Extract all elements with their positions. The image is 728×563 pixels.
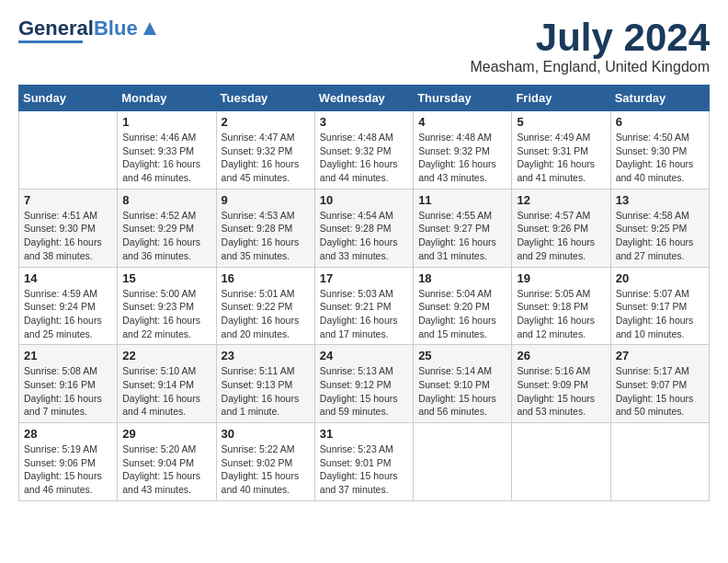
calendar-cell: 24Sunrise: 5:13 AM Sunset: 9:12 PM Dayli… (314, 345, 413, 423)
calendar-cell: 17Sunrise: 5:03 AM Sunset: 9:21 PM Dayli… (314, 267, 413, 345)
weekday-header: Tuesday (216, 86, 314, 111)
day-info: Sunrise: 4:59 AM Sunset: 9:24 PM Dayligh… (24, 287, 112, 341)
calendar-cell: 2Sunrise: 4:47 AM Sunset: 9:32 PM Daylig… (216, 111, 314, 190)
day-info: Sunrise: 4:48 AM Sunset: 9:32 PM Dayligh… (418, 131, 506, 185)
day-info: Sunrise: 4:51 AM Sunset: 9:30 PM Dayligh… (24, 209, 112, 263)
day-info: Sunrise: 5:00 AM Sunset: 9:23 PM Dayligh… (122, 287, 210, 341)
logo-icon (140, 18, 160, 39)
day-info: Sunrise: 5:16 AM Sunset: 9:09 PM Dayligh… (517, 364, 605, 419)
day-number: 28 (24, 427, 112, 441)
day-info: Sunrise: 5:04 AM Sunset: 9:20 PM Dayligh… (418, 287, 506, 341)
day-info: Sunrise: 5:08 AM Sunset: 9:16 PM Dayligh… (24, 364, 112, 419)
calendar-cell: 23Sunrise: 5:11 AM Sunset: 9:13 PM Dayli… (216, 345, 314, 423)
day-number: 8 (122, 193, 210, 207)
calendar-week-row: 21Sunrise: 5:08 AM Sunset: 9:16 PM Dayli… (19, 345, 710, 423)
day-number: 25 (418, 349, 506, 362)
day-number: 9 (222, 193, 310, 207)
day-info: Sunrise: 4:53 AM Sunset: 9:28 PM Dayligh… (222, 209, 310, 263)
weekday-header: Sunday (19, 86, 118, 111)
day-number: 4 (418, 115, 506, 129)
calendar-cell: 29Sunrise: 5:20 AM Sunset: 9:04 PM Dayli… (118, 423, 216, 501)
day-number: 2 (222, 115, 310, 129)
month-title: July 2024 (470, 18, 710, 57)
day-number: 22 (122, 349, 210, 362)
day-info: Sunrise: 5:10 AM Sunset: 9:14 PM Dayligh… (122, 364, 210, 419)
day-number: 21 (24, 349, 112, 362)
day-info: Sunrise: 5:20 AM Sunset: 9:04 PM Dayligh… (122, 442, 210, 497)
day-number: 3 (320, 115, 408, 129)
calendar-cell (610, 423, 709, 501)
day-number: 12 (517, 193, 605, 207)
calendar-cell: 14Sunrise: 4:59 AM Sunset: 9:24 PM Dayli… (19, 267, 118, 345)
calendar-cell: 30Sunrise: 5:22 AM Sunset: 9:02 PM Dayli… (216, 423, 314, 501)
day-number: 30 (222, 427, 310, 441)
calendar-cell: 28Sunrise: 5:19 AM Sunset: 9:06 PM Dayli… (19, 423, 118, 501)
weekday-header: Friday (512, 86, 610, 111)
weekday-header: Wednesday (314, 86, 413, 111)
day-number: 29 (122, 427, 210, 441)
calendar-cell: 11Sunrise: 4:55 AM Sunset: 9:27 PM Dayli… (414, 189, 512, 267)
calendar-cell: 3Sunrise: 4:48 AM Sunset: 9:32 PM Daylig… (314, 111, 413, 190)
calendar-cell: 16Sunrise: 5:01 AM Sunset: 9:22 PM Dayli… (216, 267, 314, 345)
calendar-week-row: 7Sunrise: 4:51 AM Sunset: 9:30 PM Daylig… (19, 189, 710, 267)
day-number: 31 (320, 427, 408, 441)
logo: GeneralBlue (18, 18, 160, 43)
page-header: GeneralBlue July 2024 Measham, England, … (18, 18, 710, 75)
day-number: 15 (122, 271, 210, 285)
day-number: 14 (24, 271, 112, 285)
svg-marker-0 (143, 22, 156, 35)
day-number: 7 (24, 193, 112, 207)
day-info: Sunrise: 4:48 AM Sunset: 9:32 PM Dayligh… (320, 131, 408, 185)
logo-text: GeneralBlue (18, 18, 138, 39)
calendar-cell: 4Sunrise: 4:48 AM Sunset: 9:32 PM Daylig… (414, 111, 512, 190)
day-info: Sunrise: 5:03 AM Sunset: 9:21 PM Dayligh… (320, 287, 408, 341)
day-info: Sunrise: 5:05 AM Sunset: 9:18 PM Dayligh… (517, 287, 605, 341)
calendar-cell (512, 423, 610, 501)
day-info: Sunrise: 4:52 AM Sunset: 9:29 PM Dayligh… (122, 209, 210, 263)
day-info: Sunrise: 5:07 AM Sunset: 9:17 PM Dayligh… (616, 287, 704, 341)
day-info: Sunrise: 5:11 AM Sunset: 9:13 PM Dayligh… (222, 364, 310, 419)
day-number: 19 (517, 271, 605, 285)
day-info: Sunrise: 4:50 AM Sunset: 9:30 PM Dayligh… (616, 131, 704, 185)
day-info: Sunrise: 5:17 AM Sunset: 9:07 PM Dayligh… (616, 364, 704, 419)
calendar-cell: 25Sunrise: 5:14 AM Sunset: 9:10 PM Dayli… (414, 345, 512, 423)
calendar-week-row: 1Sunrise: 4:46 AM Sunset: 9:33 PM Daylig… (19, 111, 710, 190)
calendar-cell: 18Sunrise: 5:04 AM Sunset: 9:20 PM Dayli… (414, 267, 512, 345)
day-number: 16 (222, 271, 310, 285)
calendar-cell: 13Sunrise: 4:58 AM Sunset: 9:25 PM Dayli… (610, 189, 709, 267)
day-number: 23 (222, 349, 310, 362)
day-number: 20 (616, 271, 704, 285)
calendar-cell: 26Sunrise: 5:16 AM Sunset: 9:09 PM Dayli… (512, 345, 610, 423)
day-info: Sunrise: 4:57 AM Sunset: 9:26 PM Dayligh… (517, 209, 605, 263)
day-number: 24 (320, 349, 408, 362)
calendar-cell: 1Sunrise: 4:46 AM Sunset: 9:33 PM Daylig… (118, 111, 216, 190)
calendar-cell: 15Sunrise: 5:00 AM Sunset: 9:23 PM Dayli… (118, 267, 216, 345)
day-info: Sunrise: 4:46 AM Sunset: 9:33 PM Dayligh… (122, 131, 210, 185)
day-number: 5 (517, 115, 605, 129)
day-info: Sunrise: 4:49 AM Sunset: 9:31 PM Dayligh… (517, 131, 605, 185)
calendar-cell (414, 423, 512, 501)
day-number: 18 (418, 271, 506, 285)
weekday-header: Saturday (610, 86, 709, 111)
weekday-header-row: SundayMondayTuesdayWednesdayThursdayFrid… (19, 86, 710, 111)
calendar-cell: 21Sunrise: 5:08 AM Sunset: 9:16 PM Dayli… (19, 345, 118, 423)
calendar-week-row: 14Sunrise: 4:59 AM Sunset: 9:24 PM Dayli… (19, 267, 710, 345)
day-number: 1 (122, 115, 210, 129)
calendar-cell: 9Sunrise: 4:53 AM Sunset: 9:28 PM Daylig… (216, 189, 314, 267)
logo-underline (18, 40, 83, 43)
day-info: Sunrise: 5:01 AM Sunset: 9:22 PM Dayligh… (222, 287, 310, 341)
calendar-cell: 27Sunrise: 5:17 AM Sunset: 9:07 PM Dayli… (610, 345, 709, 423)
calendar-cell: 12Sunrise: 4:57 AM Sunset: 9:26 PM Dayli… (512, 189, 610, 267)
day-info: Sunrise: 4:55 AM Sunset: 9:27 PM Dayligh… (418, 209, 506, 263)
day-info: Sunrise: 5:14 AM Sunset: 9:10 PM Dayligh… (418, 364, 506, 419)
calendar-cell: 7Sunrise: 4:51 AM Sunset: 9:30 PM Daylig… (19, 189, 118, 267)
day-info: Sunrise: 5:19 AM Sunset: 9:06 PM Dayligh… (24, 442, 112, 497)
calendar-cell: 10Sunrise: 4:54 AM Sunset: 9:28 PM Dayli… (314, 189, 413, 267)
day-number: 17 (320, 271, 408, 285)
day-info: Sunrise: 4:47 AM Sunset: 9:32 PM Dayligh… (222, 131, 310, 185)
day-number: 26 (517, 349, 605, 362)
calendar-cell: 8Sunrise: 4:52 AM Sunset: 9:29 PM Daylig… (118, 189, 216, 267)
day-number: 6 (616, 115, 704, 129)
day-info: Sunrise: 5:22 AM Sunset: 9:02 PM Dayligh… (222, 442, 310, 497)
day-number: 11 (418, 193, 506, 207)
